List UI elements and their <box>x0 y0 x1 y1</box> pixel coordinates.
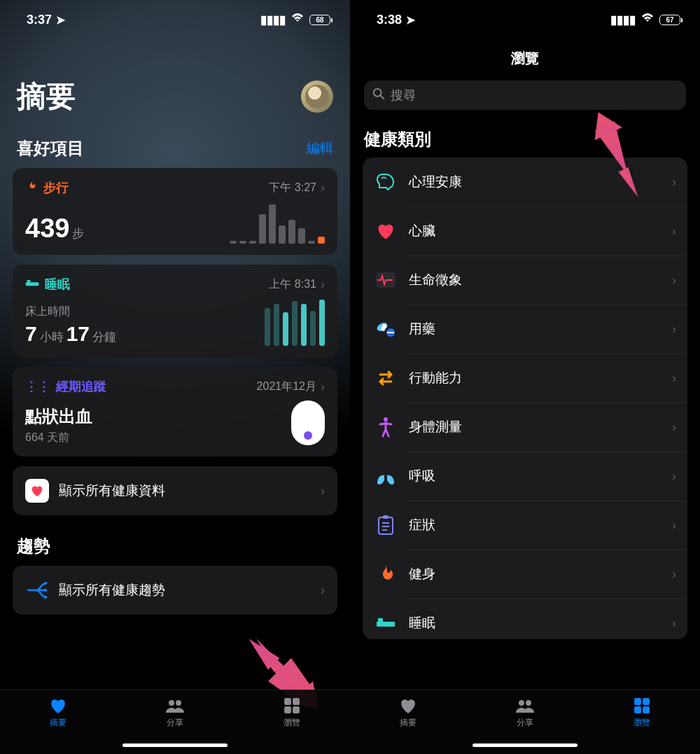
chevron-right-icon: › <box>672 273 676 288</box>
steps-time: 下午 3:27 <box>269 181 316 195</box>
steps-value: 439 <box>25 214 69 244</box>
svg-rect-9 <box>284 698 291 705</box>
trends-header: 趨勢 <box>17 535 50 557</box>
svg-rect-10 <box>293 698 300 705</box>
cycle-title: 經期追蹤 <box>56 378 106 395</box>
status-bar: 3:37 ➤ ▮▮▮▮ 68 <box>0 0 350 35</box>
all-health-data-label: 顯示所有健康資料 <box>59 482 311 500</box>
steps-chart <box>230 202 325 244</box>
wifi-icon <box>640 13 654 27</box>
chevron-right-icon: › <box>672 616 676 631</box>
steps-card[interactable]: 步行 下午 3:27 › 439 步 <box>13 168 337 255</box>
svg-point-13 <box>374 88 382 96</box>
cycle-days: 664 天前 <box>25 431 92 445</box>
status-time: 3:38 <box>377 13 402 27</box>
cycle-glyph <box>291 400 325 445</box>
category-medications[interactable]: 用藥 › <box>363 305 687 354</box>
category-list: 心理安康 › 心臟 › 生命徵象 › 用藥 › 行動能力 › 身體測量 › <box>363 158 687 639</box>
nav-title: 瀏覽 <box>350 35 700 75</box>
svg-rect-24 <box>377 622 395 627</box>
chevron-right-icon: › <box>672 469 676 484</box>
steps-unit: 步 <box>72 225 84 242</box>
location-icon: ➤ <box>56 13 65 27</box>
status-time: 3:37 <box>27 13 52 27</box>
cycle-status: 點狀出血 <box>25 405 92 428</box>
body-icon <box>374 415 398 439</box>
chevron-right-icon: › <box>321 181 325 195</box>
phone-browse: 3:38 ➤ ▮▮▮▮ 67 瀏覽 搜尋 健康類別 心理安康 › 心臟 › <box>350 0 700 754</box>
svg-rect-33 <box>634 706 641 713</box>
location-icon: ➤ <box>406 13 415 27</box>
steps-title: 步行 <box>43 179 69 196</box>
cycle-card[interactable]: ⋮⋮ 經期追蹤 2021年12月 › 點狀出血 664 天前 <box>13 367 337 456</box>
svg-rect-20 <box>383 515 388 519</box>
search-placeholder: 搜尋 <box>391 87 416 104</box>
mobility-icon <box>374 366 398 390</box>
heart-icon <box>374 219 398 243</box>
tab-browse[interactable]: 瀏覽 <box>233 690 350 754</box>
chevron-right-icon: › <box>672 175 676 190</box>
status-bar: 3:38 ➤ ▮▮▮▮ 67 <box>350 0 700 35</box>
search-input[interactable]: 搜尋 <box>364 81 686 110</box>
vitals-icon <box>374 268 398 292</box>
svg-line-14 <box>381 95 384 99</box>
edit-button[interactable]: 編輯 <box>307 139 333 158</box>
flame-icon <box>374 562 398 586</box>
sleep-label: 床上時間 <box>25 305 116 319</box>
category-fitness[interactable]: 健身 › <box>363 550 687 599</box>
avatar[interactable] <box>301 81 333 113</box>
flame-icon <box>25 180 38 196</box>
chevron-right-icon: › <box>672 371 676 386</box>
sleep-card[interactable]: 睡眠 上午 8:31 › 床上時間 7 小時 17 分鐘 <box>13 265 337 357</box>
chevron-right-icon: › <box>321 484 325 498</box>
tab-browse[interactable]: 瀏覽 <box>583 690 700 754</box>
svg-rect-1 <box>27 280 31 282</box>
svg-rect-32 <box>643 698 650 705</box>
svg-point-29 <box>519 700 524 706</box>
chevron-right-icon: › <box>321 583 325 598</box>
chevron-right-icon: › <box>321 277 325 292</box>
category-vitals[interactable]: 生命徵象 › <box>363 256 687 305</box>
svg-point-7 <box>169 700 174 706</box>
category-heart[interactable]: 心臟 › <box>363 207 687 256</box>
chevron-right-icon: › <box>672 518 676 533</box>
sleep-time: 上午 8:31 <box>269 277 316 292</box>
cycle-time: 2021年12月 <box>257 379 316 394</box>
svg-point-8 <box>176 700 181 706</box>
tab-summary[interactable]: 摘要 <box>350 690 467 754</box>
page-title: 摘要 <box>17 77 76 116</box>
health-app-icon <box>25 479 49 503</box>
all-trends-row[interactable]: 顯示所有健康趨勢 › <box>13 566 337 615</box>
home-indicator[interactable] <box>472 743 578 747</box>
svg-rect-31 <box>634 698 641 705</box>
category-respiratory[interactable]: 呼吸 › <box>363 452 687 501</box>
category-body-measurements[interactable]: 身體測量 › <box>363 403 687 452</box>
home-indicator[interactable] <box>122 743 227 747</box>
lungs-icon <box>374 464 398 488</box>
battery-icon: 68 <box>309 15 330 25</box>
search-icon <box>372 88 385 104</box>
category-symptoms[interactable]: 症狀 › <box>363 501 687 550</box>
all-health-data-row[interactable]: 顯示所有健康資料 › <box>13 466 337 515</box>
cellular-icon: ▮▮▮▮ <box>610 13 636 27</box>
category-mobility[interactable]: 行動能力 › <box>363 354 687 403</box>
cycle-icon: ⋮⋮ <box>25 379 50 394</box>
bed-icon <box>25 277 39 292</box>
battery-icon: 67 <box>659 15 680 25</box>
chevron-right-icon: › <box>672 322 676 337</box>
cellular-icon: ▮▮▮▮ <box>260 13 286 27</box>
phone-summary: 3:37 ➤ ▮▮▮▮ 68 摘要 喜好項目 編輯 步行 下午 <box>0 0 350 754</box>
brain-icon <box>374 170 398 194</box>
tab-summary[interactable]: 摘要 <box>0 690 117 754</box>
chevron-right-icon: › <box>672 224 676 239</box>
sleep-chart <box>265 298 325 346</box>
svg-rect-25 <box>378 618 383 622</box>
category-sleep[interactable]: 睡眠 › <box>363 599 687 639</box>
clipboard-icon <box>374 513 398 537</box>
favorites-header: 喜好項目 <box>17 137 84 160</box>
tab-bar: 摘要 分享 瀏覽 <box>0 690 350 754</box>
svg-rect-11 <box>284 706 291 713</box>
trends-icon <box>25 578 49 602</box>
category-mental-wellbeing[interactable]: 心理安康 › <box>363 158 687 207</box>
pills-icon <box>374 317 398 341</box>
